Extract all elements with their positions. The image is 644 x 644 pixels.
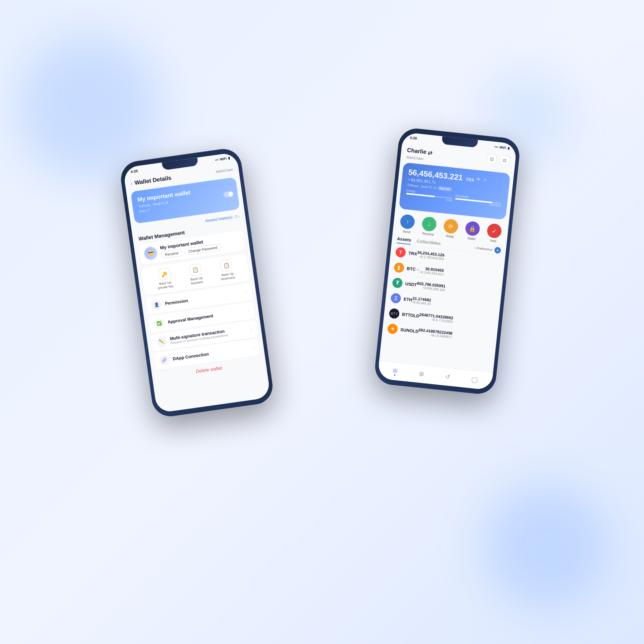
nav-assets-icon: ◎ — [392, 367, 398, 374]
right-phone: 4:20 ▪▪▪ WiFi ▮ Charlie ⇄ — [373, 127, 521, 396]
permission-text: Permission — [165, 290, 242, 306]
usdt-name-row: USDT — [405, 281, 417, 287]
copy-icon[interactable]: ⧉ — [166, 200, 168, 205]
nav-history-icon: ↺ — [445, 373, 450, 380]
usdt-values: 602,786.035091 ≈$ 606,000.199 — [416, 281, 445, 292]
non-hd-badge: Non-HD — [437, 186, 452, 191]
swap-label: Swap — [446, 234, 454, 238]
preference-label: Preference — [477, 246, 493, 252]
right-time: 4:20 — [410, 136, 417, 140]
left-phone: 4:20 ▪▪▪ WiFi ▮ ‹ Wallet Details MainCha… — [119, 147, 275, 419]
left-status-icons: ▪▪▪ WiFi ▮ — [215, 156, 230, 162]
balance-address: THPwer...5wtFYC — [407, 183, 433, 189]
swap-icon: ⟳ — [443, 219, 459, 234]
usdt-logo: ₮ — [392, 277, 403, 288]
permission-arrow: › — [245, 290, 247, 294]
receive-label: Receive — [422, 231, 434, 236]
nav-collectibles-icon: ⊞ — [419, 371, 424, 378]
backup-mnemonic-label: Back Upmnemonic — [220, 272, 236, 281]
btc-logo: ₿ — [394, 262, 405, 273]
right-wifi-icon: WiFi — [499, 145, 507, 150]
btt-logo: BTT — [389, 308, 400, 319]
btc-name-row: BTC ✓ — [407, 266, 420, 272]
wallet-avatar: 💳 — [143, 246, 158, 261]
main-screen: 4:20 ▪▪▪ WiFi ▮ Charlie ⇄ — [377, 132, 517, 390]
backup-key-icon: 🔑 — [157, 268, 170, 280]
wallet-details-screen: 4:20 ▪▪▪ WiFi ▮ ‹ Wallet Details MainCha… — [123, 152, 270, 413]
sun-values: 692.418878222498 ≈$ 13.5483871 — [418, 328, 453, 339]
usdt-symbol: USDT — [405, 281, 417, 287]
left-phone-screen: 4:20 ▪▪▪ WiFi ▮ ‹ Wallet Details MainCha… — [123, 152, 270, 413]
stake-icon: 🔒 — [465, 221, 480, 236]
permission-icon: 👤 — [151, 299, 162, 311]
backup-keystore-icon: 📋 — [189, 263, 202, 276]
vote-icon: ✓ — [486, 223, 502, 239]
tab-collectibles[interactable]: Collectibles — [416, 239, 441, 248]
right-battery-icon: ▮ — [507, 146, 509, 150]
eth-values: 21.174682 ≈$ 85,885.35 — [412, 296, 431, 306]
swap-action[interactable]: ⟳ Swap — [443, 219, 459, 239]
receive-action[interactable]: ↓ Receive — [421, 216, 437, 236]
approval-icon: ✅ — [153, 318, 165, 329]
trx-symbol: TRX — [408, 251, 417, 257]
eth-logo: Ξ — [390, 293, 401, 304]
backup-mnemonic[interactable]: 📋 Back Upmnemonic — [218, 259, 236, 281]
backup-keystore-label: Back Upkeystore — [190, 276, 204, 286]
btc-symbol: BTC — [407, 266, 416, 272]
send-action[interactable]: ↑ Send — [399, 214, 415, 234]
sun-logo: ☀ — [387, 323, 398, 335]
stake-label: Stake — [467, 236, 476, 241]
nav-profile[interactable]: ◯ — [471, 376, 478, 384]
nav-collectibles[interactable]: ⊞ — [419, 371, 424, 378]
expand-icon[interactable]: ↗ — [483, 177, 487, 183]
stake-action[interactable]: 🔒 Stake — [464, 221, 480, 241]
right-signal-icon: ▪▪▪ — [494, 145, 498, 149]
eth-name-row: ETH — [404, 297, 413, 302]
balance-card: 56,456,453.221 TRX 👁 ↗ ≈ $3,951,951.71 T… — [399, 162, 511, 220]
dapp-label: DApp Connection — [172, 346, 250, 361]
dapp-arrow: › — [253, 346, 255, 350]
sun-symbol: SUNOLD — [400, 327, 419, 334]
backup-mnemonic-icon: 📋 — [220, 259, 233, 272]
back-arrow-icon[interactable]: ‹ — [131, 180, 133, 186]
battery-icon: ▮ — [228, 156, 230, 160]
right-status-icons: ▪▪▪ WiFi ▮ — [494, 145, 509, 150]
balance-currency: TRX — [465, 177, 474, 182]
backup-private-key[interactable]: 🔑 Back Upprivate key — [156, 268, 174, 290]
trx-name-row: TRX — [408, 251, 417, 257]
permission-label: Permission — [165, 290, 242, 306]
send-icon: ↑ — [400, 214, 415, 230]
sort-icon: ↕ — [474, 246, 476, 250]
backup-keystore[interactable]: 📋 Back Upkeystore — [189, 263, 204, 286]
multisig-icon: ✏️ — [156, 336, 167, 347]
tab-assets[interactable]: Assets — [396, 236, 411, 245]
nav-profile-icon: ◯ — [471, 376, 478, 384]
send-label: Send — [402, 230, 410, 234]
user-info[interactable]: Charlie ⇄ — [407, 147, 433, 156]
bottom-nav: ◎ ⊞ ↺ ◯ — [377, 361, 493, 390]
vote-action[interactable]: ✓ Vote — [486, 223, 502, 243]
btt-values: 2648771.04328662 ≈$ 6.77419355 — [419, 312, 454, 324]
switch-account-icon: ⇄ — [428, 149, 433, 156]
username: Charlie — [407, 147, 427, 156]
receive-icon: ↓ — [421, 216, 437, 232]
copy-address-icon[interactable]: ⧉ — [434, 186, 436, 190]
nav-assets[interactable]: ◎ — [392, 367, 398, 376]
trx-logo: T — [395, 247, 406, 258]
vote-label: Vote — [490, 239, 497, 243]
backup-key-label: Back Upprivate key — [157, 280, 174, 290]
wifi-icon: WiFi — [220, 157, 227, 161]
btc-values: 30.810455 ≈$ 1555,934,813 — [419, 266, 444, 276]
dapp-text: DApp Connection — [172, 346, 250, 361]
dapp-icon: 🔗 — [158, 355, 170, 366]
multisig-arrow: › — [250, 327, 252, 331]
preference-button[interactable]: ↕ Preference — [474, 246, 492, 252]
nav-history[interactable]: ↺ — [445, 373, 450, 380]
scan-button[interactable]: ⊡ — [499, 155, 510, 166]
receive-qr-button[interactable]: ⊡ — [486, 153, 497, 165]
left-time: 4:20 — [130, 169, 138, 174]
add-asset-button[interactable]: + — [494, 247, 501, 254]
rename-button[interactable]: Rename — [161, 249, 183, 259]
asset-list: T TRX 34,234,453.126 ≈$ 2,760,842,982 ₿ … — [382, 244, 505, 347]
eye-icon[interactable]: 👁 — [476, 177, 481, 182]
